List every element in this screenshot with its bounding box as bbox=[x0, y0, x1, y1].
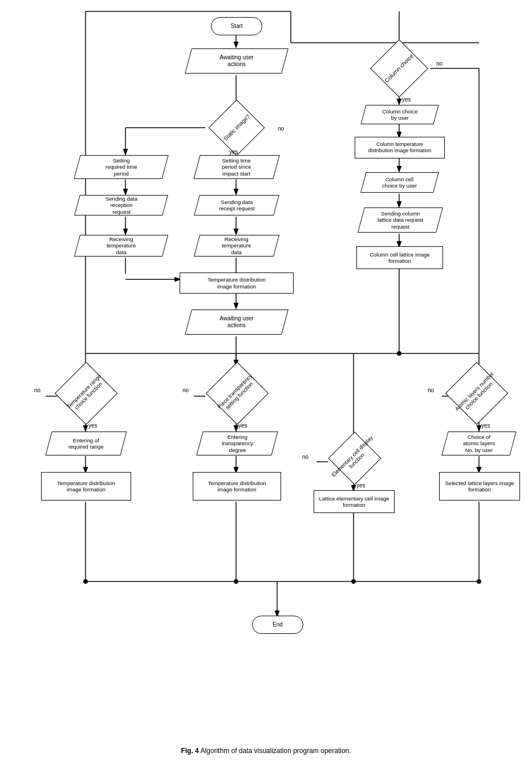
sending-receipt-label: Sending data receipt request bbox=[219, 199, 255, 212]
no-static: no bbox=[278, 125, 284, 132]
col-cell-lattice-label: Column cell lattice image formation bbox=[369, 251, 430, 265]
yes-elem: yes bbox=[356, 482, 366, 489]
setting-time-wrapper: Setting time period since impact start bbox=[194, 154, 279, 180]
lattice-elem-label: Lattice elementary cell image formation bbox=[319, 495, 389, 508]
no-piece: no bbox=[182, 387, 189, 393]
svg-point-55 bbox=[397, 351, 401, 356]
end-shape: End bbox=[252, 616, 303, 634]
piece-trans-wrapper: Piece transparency setting function bbox=[194, 371, 281, 416]
temp-dist3-label: Temperature distribution image formation bbox=[208, 480, 266, 493]
start-shape: Start bbox=[211, 17, 262, 35]
col-temp-dist-label: Column temperature distribution image fo… bbox=[368, 141, 432, 154]
receiving1-label: Receiving temperature data bbox=[107, 236, 136, 255]
entering-range-wrapper: Entering of required range bbox=[46, 430, 127, 457]
sending-receipt-wrapper: Sending data receipt request bbox=[194, 194, 279, 217]
figure-caption: Fig. 4 Algorithm of data visualization p… bbox=[11, 747, 521, 755]
temp-range-wrapper: Temperature range choice function bbox=[46, 371, 127, 416]
col-choice-user-wrapper: Column choice by user bbox=[360, 104, 439, 125]
fig-label: Fig. 4 bbox=[181, 747, 198, 755]
sending-reception-wrapper: Sending data reception request bbox=[74, 194, 168, 217]
entering-range-label: Entering of required range bbox=[68, 437, 104, 450]
temp-dist2-label: Temperature distribution image formation bbox=[57, 480, 115, 493]
sending-col-lattice-label: Sending column lattice data request requ… bbox=[377, 210, 423, 230]
lattice-elem-shape: Lattice elementary cell image formation bbox=[314, 490, 395, 513]
receiving2-label: Receiving temperature data bbox=[222, 236, 251, 255]
awaiting2-wrapper: Awaiting user actions bbox=[185, 308, 288, 336]
selected-lattice-shape: Selected lattice layers image formation bbox=[439, 472, 520, 501]
yes-piece: yes bbox=[238, 422, 247, 429]
temp-dist-label: Temperature distribution image formation bbox=[208, 276, 266, 290]
yes-temp: yes bbox=[88, 422, 98, 429]
sending-reception-label: Sending data reception request bbox=[105, 196, 137, 215]
receiving1-wrapper: Receiving temperature data bbox=[74, 234, 168, 258]
atomic-layers-wrapper: Atomic layers number choice function bbox=[428, 371, 526, 416]
choice-atomic-label: Choice of atomic layers No. by user bbox=[463, 434, 495, 453]
entering-trans-label: Entering transparency degree bbox=[222, 434, 253, 453]
receiving2-wrapper: Receiving temperature data bbox=[194, 234, 279, 258]
diagram-container: no yes bbox=[11, 11, 521, 741]
setting-time-label: Setting time period since impact start bbox=[222, 157, 251, 177]
col-choice-user-label: Column choice by user bbox=[382, 108, 418, 121]
sending-col-lattice-wrapper: Sending column lattice data request requ… bbox=[358, 206, 442, 234]
elem-cell-wrapper: Elementary cell display function bbox=[318, 439, 391, 478]
page: no yes bbox=[0, 0, 532, 769]
col-cell-lattice-shape: Column cell lattice image formation bbox=[356, 246, 443, 269]
svg-point-52 bbox=[234, 579, 238, 584]
choice-atomic-wrapper: Choice of atomic layers No. by user bbox=[442, 430, 516, 457]
setting-required-wrapper: Setting required time period bbox=[74, 154, 168, 180]
yes-label-col: yes bbox=[402, 96, 411, 103]
awaiting1-wrapper: Awaiting user actions bbox=[185, 47, 288, 75]
no-label-col: no bbox=[436, 60, 443, 67]
static-image-wrapper: Static image? no yes bbox=[200, 107, 274, 148]
col-cell-choice-wrapper: Column cell choice by user bbox=[360, 171, 439, 194]
col-temp-dist-shape: Column temperature distribution image fo… bbox=[355, 137, 445, 158]
yes-atomic: yes bbox=[481, 422, 490, 429]
temp-dist2-shape: Temperature distribution image formation bbox=[41, 472, 131, 501]
awaiting1-label: Awaiting user actions bbox=[220, 54, 254, 68]
awaiting2-label: Awaiting user actions bbox=[220, 315, 254, 329]
col-cell-choice-label: Column cell choice by user bbox=[382, 176, 417, 189]
svg-point-53 bbox=[351, 579, 356, 584]
entering-trans-wrapper: Entering transparency degree bbox=[197, 430, 278, 457]
start-label: Start bbox=[230, 23, 242, 30]
svg-point-54 bbox=[477, 579, 481, 584]
no-elem: no bbox=[302, 454, 309, 460]
end-label: End bbox=[273, 621, 283, 628]
svg-point-51 bbox=[83, 579, 88, 584]
column-choice-wrapper: Column choice bbox=[364, 47, 434, 90]
no-temp-range: no bbox=[34, 387, 41, 393]
setting-required-label: Setting required time period bbox=[105, 157, 137, 177]
temp-dist-shape: Temperature distribution image formation bbox=[180, 272, 294, 294]
temp-dist3-shape: Temperature distribution image formation bbox=[193, 472, 281, 501]
selected-lattice-label: Selected lattice layers image formation bbox=[445, 480, 514, 493]
fig-text: Algorithm of data visualization program … bbox=[199, 747, 351, 755]
